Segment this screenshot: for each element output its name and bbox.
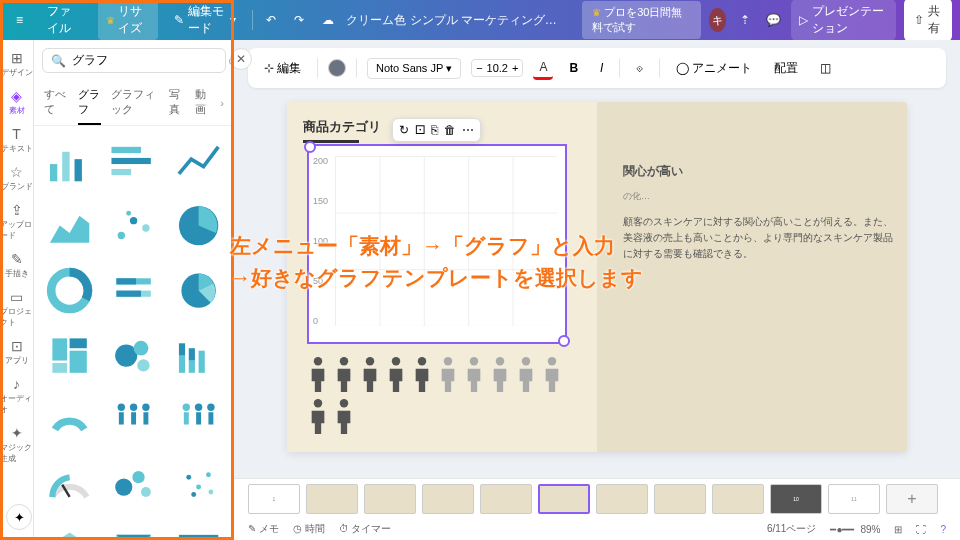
- search-box[interactable]: 🔍 ⊗ ☰: [42, 48, 226, 73]
- tab-graphic[interactable]: グラフィック: [111, 81, 158, 125]
- document-title[interactable]: クリーム色 シンプル マーケティング報告書 プレゼンテー…: [346, 12, 566, 29]
- hamburger-menu[interactable]: ≡: [8, 9, 31, 31]
- color-picker[interactable]: [328, 59, 346, 77]
- chart-template[interactable]: [42, 134, 97, 189]
- bold-button[interactable]: B: [563, 58, 584, 78]
- chart-template[interactable]: [171, 134, 226, 189]
- chart-template[interactable]: [107, 134, 162, 189]
- duplicate-icon[interactable]: ⎘: [431, 123, 438, 137]
- svg-point-64: [496, 357, 504, 365]
- help-icon[interactable]: ?: [940, 524, 946, 535]
- chart-template[interactable]: [42, 263, 97, 318]
- more-icon[interactable]: ⋯: [462, 123, 474, 137]
- text-color-button[interactable]: A: [533, 57, 553, 80]
- rail-draw[interactable]: ✎手描き: [0, 247, 33, 283]
- collapse-panel-button[interactable]: ✕: [230, 48, 252, 70]
- thumb-5[interactable]: [480, 484, 532, 514]
- tab-photo[interactable]: 写真: [169, 81, 185, 125]
- animate-button[interactable]: ◯アニメート: [670, 57, 758, 80]
- tab-all[interactable]: すべて: [44, 81, 68, 125]
- tab-graph[interactable]: グラフ: [78, 81, 102, 125]
- search-input[interactable]: [72, 54, 222, 68]
- effects-button[interactable]: ⟐: [630, 58, 649, 78]
- plus-icon[interactable]: +: [512, 62, 518, 74]
- rail-upload[interactable]: ⇪アップロード: [0, 198, 33, 245]
- rail-audio[interactable]: ♪オーディオ: [0, 372, 33, 419]
- cloud-sync-icon[interactable]: ☁: [318, 6, 339, 34]
- chevron-right-icon[interactable]: ›: [220, 97, 224, 109]
- avatar[interactable]: キ: [709, 8, 727, 32]
- chart-template[interactable]: [171, 393, 226, 448]
- duration-button[interactable]: ◷ 時間: [293, 522, 325, 536]
- ai-fab-button[interactable]: ✦: [6, 504, 32, 530]
- svg-point-6: [118, 232, 125, 239]
- chart-template[interactable]: [171, 263, 226, 318]
- fullscreen-icon[interactable]: ⛶: [916, 524, 926, 535]
- rail-magic[interactable]: ✦マジック生成: [0, 421, 33, 468]
- rail-projects[interactable]: ▭プロジェクト: [0, 285, 33, 332]
- font-select[interactable]: Noto Sans JP ▾: [367, 58, 461, 79]
- rail-design[interactable]: ⊞デザイン: [0, 46, 33, 82]
- font-size-control[interactable]: −10.2+: [471, 59, 523, 77]
- chart-template[interactable]: [42, 522, 97, 540]
- thumb-9[interactable]: [712, 484, 764, 514]
- chart-template[interactable]: [42, 393, 97, 448]
- thumb-6[interactable]: [538, 484, 590, 514]
- rail-apps[interactable]: ⊡アプリ: [0, 334, 33, 370]
- thumb-1[interactable]: 1: [248, 484, 300, 514]
- refresh-icon[interactable]: ↻: [399, 123, 409, 137]
- grid-view-icon[interactable]: ⊞: [894, 524, 902, 535]
- chart-template[interactable]: [171, 457, 226, 512]
- thumb-10[interactable]: 10: [770, 484, 822, 514]
- share-button[interactable]: ⇧共有: [904, 0, 952, 42]
- chart-template[interactable]: [171, 199, 226, 254]
- edit-chart-button[interactable]: ⊹編集: [258, 57, 307, 80]
- chart-template[interactable]: [42, 199, 97, 254]
- notes-button[interactable]: ✎ メモ: [248, 522, 279, 536]
- minus-icon[interactable]: −: [476, 62, 482, 74]
- lock-icon[interactable]: ⚀: [415, 123, 425, 137]
- present-button[interactable]: ▷プレゼンテーション: [791, 0, 896, 41]
- redo-button[interactable]: ↷: [289, 6, 310, 34]
- selected-chart[interactable]: 200150100500: [307, 144, 567, 344]
- slide-canvas[interactable]: 商品カテゴリ ↻ ⚀ ⎘ 🗑 ⋯ 200150100500: [287, 102, 907, 452]
- rail-text[interactable]: Tテキスト: [0, 122, 33, 158]
- thumb-7[interactable]: [596, 484, 648, 514]
- chart-template[interactable]: [107, 457, 162, 512]
- comment-icon[interactable]: 💬: [763, 6, 784, 34]
- chart-template[interactable]: [107, 199, 162, 254]
- chart-template[interactable]: [171, 328, 226, 383]
- rail-brand[interactable]: ☆ブランド: [0, 160, 33, 196]
- thumb-11[interactable]: 11: [828, 484, 880, 514]
- thumb-3[interactable]: [364, 484, 416, 514]
- trash-icon[interactable]: 🗑: [444, 123, 456, 137]
- chart-template[interactable]: [171, 522, 226, 540]
- chart-template[interactable]: [107, 263, 162, 318]
- pencil-icon: ✎: [11, 251, 23, 267]
- resize-button[interactable]: ♛リサイズ: [98, 0, 158, 40]
- slide-text-block[interactable]: 関心が高い の化… 顧客のスキンケアに対する関心が高いことが伺える。また、美容液…: [623, 162, 893, 262]
- file-menu[interactable]: ファイル: [39, 0, 90, 41]
- italic-button[interactable]: I: [594, 58, 609, 78]
- position-button[interactable]: 配置: [768, 57, 804, 80]
- tab-video[interactable]: 動画: [195, 81, 211, 125]
- edit-mode-menu[interactable]: ✎編集モード▾: [166, 0, 244, 41]
- thumb-4[interactable]: [422, 484, 474, 514]
- zoom-control[interactable]: ━●━━ 89%: [830, 524, 880, 535]
- chart-template[interactable]: [42, 457, 97, 512]
- thumb-2[interactable]: [306, 484, 358, 514]
- zoom-slider[interactable]: ━●━━: [830, 524, 854, 535]
- chart-template[interactable]: [42, 328, 97, 383]
- analytics-icon[interactable]: ⇡: [734, 6, 755, 34]
- undo-button[interactable]: ↶: [261, 6, 282, 34]
- chart-template[interactable]: [107, 328, 162, 383]
- thumb-8[interactable]: [654, 484, 706, 514]
- transparency-button[interactable]: ◫: [814, 58, 837, 78]
- chart-template[interactable]: [107, 522, 162, 540]
- chart-template[interactable]: [107, 393, 162, 448]
- trial-button[interactable]: ♛ プロを30日間無料で試す: [582, 1, 701, 39]
- rail-elements[interactable]: ◈素材: [0, 84, 33, 120]
- add-slide-button[interactable]: +: [886, 484, 938, 514]
- timer-button[interactable]: ⏱ タイマー: [339, 522, 392, 536]
- pictogram-people[interactable]: [307, 356, 587, 436]
